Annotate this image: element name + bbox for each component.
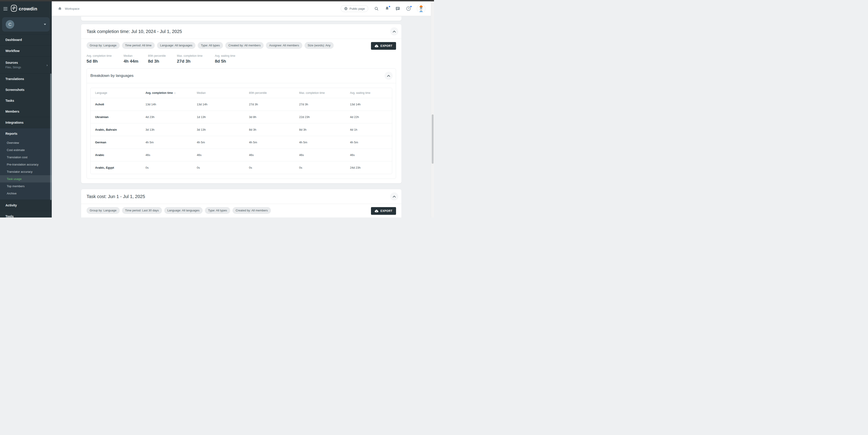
sort-asc-icon: ↑ [174, 91, 176, 95]
search-icon[interactable] [374, 6, 379, 11]
sidebar-item-top-members[interactable]: Top members [0, 182, 52, 190]
workspace-avatar: C [6, 20, 14, 29]
table-row: Arabic, Egypt 0s 0s 0s 0s 24d 23h [91, 161, 392, 174]
filter-language[interactable]: Language: All languages [157, 42, 195, 49]
home-icon[interactable] [58, 6, 62, 11]
sidebar-scrollbar[interactable] [50, 74, 52, 200]
column-avg-completion-time[interactable]: Avg. completion time ↑ [141, 91, 192, 95]
page: crowdin C Dashboard Workflow Sources Fil… [0, 0, 434, 218]
task-completion-card: Task completion time: Jul 10, 2024 - Jul… [81, 24, 401, 183]
filter-type[interactable]: Type: All types [205, 207, 230, 214]
help-icon[interactable]: ? [406, 6, 411, 11]
robot-avatar-icon [417, 5, 425, 12]
column-language[interactable]: Language [91, 91, 141, 94]
stat-max-completion-time: Max. completion time 27d 3h [177, 54, 215, 64]
breadcrumb-workspace[interactable]: Workspace [65, 7, 80, 10]
filter-time-period[interactable]: Time period: Last 30 days [122, 207, 162, 214]
filter-type[interactable]: Type: All types [198, 42, 223, 49]
column-80th-percentile[interactable]: 80th percentile [244, 91, 294, 94]
sidebar-item-overview[interactable]: Overview [0, 139, 52, 146]
notifications-bell-icon[interactable] [385, 6, 390, 11]
messages-icon[interactable] [395, 6, 400, 11]
filter-group-by[interactable]: Group by: Language [87, 207, 120, 214]
collapse-button[interactable] [384, 72, 393, 80]
stat-80th-percentile: 80th percentile 8d 3h [148, 54, 177, 64]
sidebar-item-pre-translation-accuracy[interactable]: Pre-translation accuracy [0, 161, 52, 168]
collapse-button[interactable] [390, 27, 398, 35]
filter-assignee[interactable]: Assignee: All members [266, 42, 302, 49]
sidebar-item-task-usage[interactable]: Task usage [0, 175, 52, 182]
chevron-up-icon [393, 31, 396, 33]
page-scrollbar-track [431, 1, 434, 218]
chevron-right-icon: › [46, 63, 48, 67]
summary-stats: Avg. completion time 5d 8h Median 4h 44m… [87, 54, 396, 64]
reports-group: Reports Overview Cost estimate Translati… [0, 128, 52, 200]
notification-dot [410, 5, 412, 8]
table-row: Acholi 13d 14h 13d 14h 27d 3h 27d 3h 13d… [91, 98, 392, 111]
sidebar-item-screenshots[interactable]: Screenshots [0, 84, 52, 95]
task-cost-card: Task cost: Jun 1 - Jul 1, 2025 Group by:… [81, 189, 401, 218]
collapse-button[interactable] [390, 193, 398, 201]
topbar: Workspace Public page [52, 1, 431, 16]
table-header-row: Language Avg. completion time ↑ Median 8… [91, 88, 392, 98]
sidebar-item-activity[interactable]: Activity [0, 200, 52, 211]
breakdown-table: Language Avg. completion time ↑ Median 8… [90, 88, 392, 174]
filter-language[interactable]: Language: All languages [164, 207, 203, 214]
crowdin-logo[interactable]: crowdin [11, 5, 37, 13]
task-completion-title: Task completion time: Jul 10, 2024 - Jul… [87, 29, 182, 34]
sidebar-item-workflow[interactable]: Workflow [0, 46, 52, 56]
workspace-selector[interactable]: C [2, 18, 50, 31]
column-max-completion-time[interactable]: Max. completion time [294, 91, 345, 94]
chevron-up-icon [387, 75, 390, 77]
filter-created-by[interactable]: Created by: All members [232, 207, 271, 214]
export-button[interactable]: EXPORT [371, 42, 396, 50]
column-avg-waiting-time[interactable]: Avg. waiting time [345, 91, 392, 94]
stat-median: Median 4h 44m [124, 54, 148, 64]
stat-avg-waiting-time: Avg. waiting time 8d 5h [215, 54, 236, 64]
topbar-actions: Public page [341, 4, 426, 13]
cloud-download-icon [375, 45, 378, 48]
sidebar-item-reports[interactable]: Reports [0, 128, 52, 139]
sidebar-item-integrations[interactable]: Integrations [0, 117, 52, 128]
sidebar-item-dashboard[interactable]: Dashboard [0, 34, 52, 45]
sources-subtitle: Files, Strings [5, 66, 21, 69]
sidebar-item-archive[interactable]: Archive [0, 190, 52, 197]
table-row: Arabic, Bahrain 3d 13h 3d 13h 8d 3h 8d 3… [91, 123, 392, 136]
chevron-up-icon [393, 196, 396, 198]
crowdin-logo-icon [11, 5, 17, 13]
sidebar-item-translations[interactable]: Translations [0, 74, 52, 84]
filter-chips: Group by: Language Time period: Last 30 … [87, 207, 271, 214]
window-top-strip [0, 0, 434, 1]
public-page-button[interactable]: Public page [341, 5, 368, 12]
stat-avg-completion-time: Avg. completion time 5d 8h [87, 54, 124, 64]
sidebar-item-members[interactable]: Members [0, 106, 52, 117]
sidebar-item-cost-estimate[interactable]: Cost estimate [0, 146, 52, 153]
sidebar-item-translation-cost[interactable]: Translation cost [0, 153, 52, 161]
crowdin-wordmark: crowdin [19, 6, 37, 11]
filter-group-by[interactable]: Group by: Language [87, 42, 120, 49]
cloud-download-icon [375, 210, 378, 212]
hamburger-menu-icon[interactable] [3, 7, 7, 10]
table-row: Ukrainian 4d 23h 1d 13h 3d 8h 22d 23h 4d… [91, 111, 392, 123]
globe-icon [344, 7, 348, 10]
filter-size-words[interactable]: Size (words): Any [305, 42, 334, 49]
breakdown-card: Breakdown by languages Language Avg. com… [87, 68, 396, 179]
filter-time-period[interactable]: Time period: All time [122, 42, 155, 49]
svg-text:?: ? [408, 7, 409, 10]
filter-chips: Group by: Language Time period: All time… [87, 42, 334, 49]
user-avatar[interactable] [417, 4, 426, 13]
divider [87, 83, 396, 83]
sidebar: crowdin C Dashboard Workflow Sources Fil… [0, 1, 52, 218]
caret-down-icon [44, 24, 46, 25]
filter-created-by[interactable]: Created by: All members [225, 42, 264, 49]
sidebar-item-tasks[interactable]: Tasks [0, 95, 52, 106]
notification-dot [389, 5, 391, 8]
sidebar-item-tools[interactable]: Tools [0, 211, 52, 218]
page-scrollbar-thumb[interactable] [432, 114, 434, 164]
main-content: Task completion time: Jul 10, 2024 - Jul… [52, 16, 431, 218]
sidebar-item-translator-accuracy[interactable]: Translator accuracy [0, 168, 52, 175]
column-median[interactable]: Median [192, 91, 244, 94]
export-button[interactable]: EXPORT [371, 207, 396, 215]
table-row: German 4h 5m 4h 5m 4h 5m 4h 5m 4h 5m [91, 136, 392, 149]
sidebar-item-sources[interactable]: Sources Files, Strings › [0, 57, 52, 73]
